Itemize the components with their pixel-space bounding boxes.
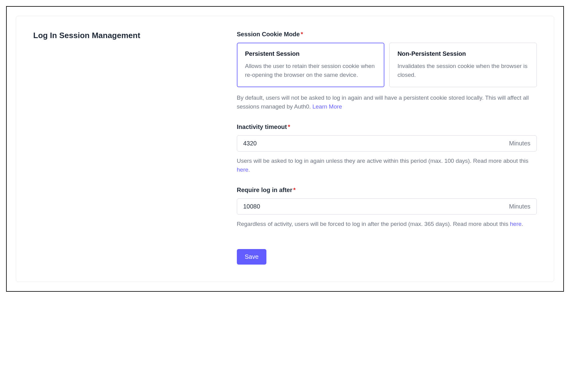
require-login-helper: Regardless of activity, users will be fo… <box>237 219 537 228</box>
inactivity-helper-suffix: . <box>248 166 250 173</box>
require-login-label: Require log in after* <box>237 187 537 194</box>
required-indicator: * <box>301 31 303 37</box>
learn-more-link[interactable]: Learn More <box>312 103 342 110</box>
option-non-persistent-session[interactable]: Non-Persistent Session Invalidates the s… <box>389 43 537 87</box>
right-column: Session Cookie Mode* Persistent Session … <box>237 31 537 265</box>
left-column: Log In Session Management <box>33 31 225 265</box>
inactivity-input[interactable] <box>243 140 509 147</box>
inactivity-unit: Minutes <box>509 140 530 147</box>
inactivity-helper-text: Users will be asked to log in again unle… <box>237 158 529 164</box>
settings-card: Log In Session Management Session Cookie… <box>16 16 554 282</box>
required-indicator: * <box>293 187 296 193</box>
inactivity-label: Inactivity timeout* <box>237 123 537 130</box>
cookie-mode-helper: By default, users will not be asked to l… <box>237 93 537 111</box>
field-group-require-login: Require log in after* Minutes Regardless… <box>237 187 537 228</box>
section-title: Log In Session Management <box>33 31 225 40</box>
option-non-persistent-desc: Invalidates the session cookie when the … <box>397 62 529 80</box>
option-non-persistent-title: Non-Persistent Session <box>397 50 529 57</box>
option-persistent-session[interactable]: Persistent Session Allows the user to re… <box>237 43 384 87</box>
option-persistent-desc: Allows the user to retain their session … <box>245 62 376 80</box>
require-login-unit: Minutes <box>509 203 530 210</box>
required-indicator: * <box>288 123 290 130</box>
inactivity-helper: Users will be asked to log in again unle… <box>237 156 537 174</box>
cookie-mode-options: Persistent Session Allows the user to re… <box>237 43 537 87</box>
inactivity-here-link[interactable]: here <box>237 166 248 173</box>
require-login-here-link[interactable]: here <box>510 221 522 227</box>
require-login-helper-text: Regardless of activity, users will be fo… <box>237 221 510 227</box>
option-persistent-title: Persistent Session <box>245 50 376 57</box>
inactivity-input-wrap: Minutes <box>237 135 537 151</box>
save-button[interactable]: Save <box>237 249 267 265</box>
require-login-input-wrap: Minutes <box>237 198 537 215</box>
outer-frame: Log In Session Management Session Cookie… <box>6 6 564 292</box>
cookie-mode-label: Session Cookie Mode* <box>237 31 537 38</box>
require-login-label-text: Require log in after <box>237 187 292 193</box>
cookie-mode-helper-text: By default, users will not be asked to l… <box>237 94 529 110</box>
require-login-helper-suffix: . <box>522 221 523 227</box>
inactivity-label-text: Inactivity timeout <box>237 123 287 130</box>
cookie-mode-label-text: Session Cookie Mode <box>237 31 300 37</box>
require-login-input[interactable] <box>243 203 509 210</box>
field-group-cookie-mode: Session Cookie Mode* Persistent Session … <box>237 31 537 111</box>
field-group-inactivity: Inactivity timeout* Minutes Users will b… <box>237 123 537 174</box>
two-column-layout: Log In Session Management Session Cookie… <box>33 31 537 265</box>
